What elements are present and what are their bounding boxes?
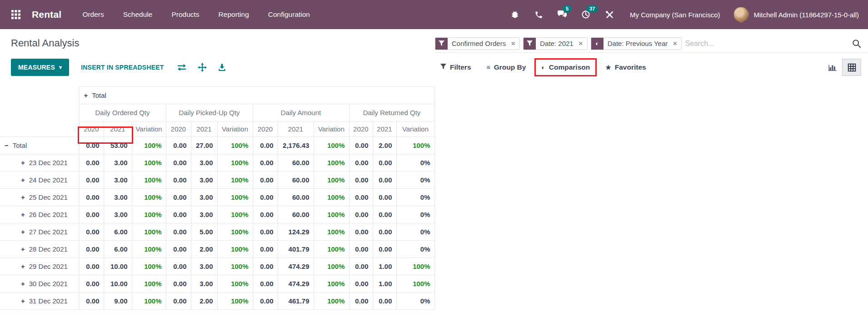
- pivot-subcol-header-variation[interactable]: Variation: [217, 121, 253, 137]
- pivot-value-cell[interactable]: 0.00: [166, 223, 191, 241]
- search-input[interactable]: [685, 40, 852, 48]
- pivot-value-cell[interactable]: 3.00: [191, 154, 217, 172]
- pivot-value-cell[interactable]: 0.00: [253, 206, 278, 223]
- pivot-value-cell[interactable]: 0.00: [349, 172, 373, 189]
- pivot-variation-cell[interactable]: 100%: [314, 223, 349, 241]
- app-brand[interactable]: Rental: [32, 9, 61, 20]
- pivot-variation-cell[interactable]: 100%: [132, 172, 166, 189]
- pivot-measure-header-daily-picked-up-qty[interactable]: Daily Picked-Up Qty: [166, 104, 253, 121]
- pivot-value-cell[interactable]: 27.00: [191, 137, 217, 154]
- pivot-value-cell[interactable]: 5.00: [191, 223, 217, 241]
- pivot-value-cell[interactable]: 0.00: [349, 241, 373, 258]
- pivot-value-cell[interactable]: 0.00: [373, 154, 396, 172]
- pivot-value-cell[interactable]: 0.00: [373, 206, 396, 223]
- nav-item-configuration[interactable]: Configuration: [268, 10, 310, 19]
- pivot-variation-cell[interactable]: 100%: [314, 293, 349, 310]
- pivot-variation-cell[interactable]: 100%: [217, 154, 253, 172]
- pivot-value-cell[interactable]: 1.00: [373, 258, 396, 275]
- pivot-variation-cell[interactable]: 100%: [217, 189, 253, 206]
- pivot-subcol-header-2021[interactable]: 2021: [278, 121, 314, 137]
- bar-chart-view-button[interactable]: [823, 59, 842, 76]
- nav-item-products[interactable]: Products: [171, 10, 199, 19]
- pivot-variation-cell[interactable]: 100%: [314, 189, 349, 206]
- pivot-variation-cell[interactable]: 100%: [217, 293, 253, 310]
- pivot-value-cell[interactable]: 0.00: [373, 172, 396, 189]
- pivot-value-cell[interactable]: 60.00: [278, 172, 314, 189]
- pivot-view-button[interactable]: [842, 59, 861, 76]
- pivot-value-cell[interactable]: 0.00: [79, 189, 104, 206]
- pivot-value-cell[interactable]: 0.00: [253, 275, 278, 293]
- pivot-value-cell[interactable]: 0.00: [349, 206, 373, 223]
- pivot-row-header[interactable]: +30 Dec 2021: [0, 275, 79, 293]
- pivot-variation-cell[interactable]: 0%: [396, 293, 434, 310]
- pivot-value-cell[interactable]: 0.00: [79, 293, 104, 310]
- pivot-variation-cell[interactable]: 100%: [217, 137, 253, 154]
- search-facet-date-previous-year[interactable]: ◐Date: Previous Year✕: [591, 37, 682, 50]
- pivot-variation-cell[interactable]: 100%: [314, 275, 349, 293]
- pivot-row-header[interactable]: +24 Dec 2021: [0, 172, 79, 189]
- pivot-variation-cell[interactable]: 100%: [396, 137, 434, 154]
- pivot-variation-cell[interactable]: 100%: [132, 293, 166, 310]
- pivot-value-cell[interactable]: 0.00: [253, 241, 278, 258]
- pivot-variation-cell[interactable]: 100%: [217, 223, 253, 241]
- insert-in-spreadsheet-button[interactable]: INSERT IN SPREADSHEET: [81, 64, 164, 71]
- pivot-value-cell[interactable]: 401.79: [278, 241, 314, 258]
- pivot-value-cell[interactable]: 0.00: [349, 275, 373, 293]
- pivot-variation-cell[interactable]: 100%: [314, 206, 349, 223]
- pivot-value-cell[interactable]: 0.00: [79, 275, 104, 293]
- pivot-value-cell[interactable]: 124.29: [278, 223, 314, 241]
- menu-filters[interactable]: Filters: [435, 60, 477, 75]
- pivot-value-cell[interactable]: 2.00: [373, 137, 396, 154]
- pivot-value-cell[interactable]: 0.00: [166, 189, 191, 206]
- menu-comparison[interactable]: ◐Comparison: [536, 60, 595, 75]
- pivot-value-cell[interactable]: 461.79: [278, 293, 314, 310]
- pivot-value-cell[interactable]: 10.00: [104, 258, 132, 275]
- pivot-subcol-header-2020[interactable]: 2020: [349, 121, 373, 137]
- pivot-value-cell[interactable]: 3.00: [104, 154, 132, 172]
- pivot-variation-cell[interactable]: 100%: [314, 137, 349, 154]
- pivot-variation-cell[interactable]: 100%: [132, 275, 166, 293]
- pivot-variation-cell[interactable]: 0%: [396, 154, 434, 172]
- pivot-subcol-header-2020[interactable]: 2020: [253, 121, 278, 137]
- pivot-value-cell[interactable]: 3.00: [191, 275, 217, 293]
- search-facet-confirmed-orders[interactable]: Confirmed Orders✕: [435, 37, 520, 50]
- pivot-value-cell[interactable]: 0.00: [349, 258, 373, 275]
- pivot-variation-cell[interactable]: 100%: [217, 275, 253, 293]
- pivot-variation-cell[interactable]: 100%: [132, 189, 166, 206]
- pivot-variation-cell[interactable]: 100%: [314, 258, 349, 275]
- pivot-value-cell[interactable]: 3.00: [104, 206, 132, 223]
- pivot-value-cell[interactable]: 0.00: [253, 258, 278, 275]
- pivot-value-cell[interactable]: 0.00: [349, 293, 373, 310]
- pivot-variation-cell[interactable]: 100%: [396, 258, 434, 275]
- pivot-value-cell[interactable]: 1.00: [373, 275, 396, 293]
- pivot-value-cell[interactable]: 0.00: [166, 293, 191, 310]
- pivot-value-cell[interactable]: 0.00: [166, 258, 191, 275]
- pivot-row-header[interactable]: +26 Dec 2021: [0, 206, 79, 223]
- user-menu[interactable]: Mitchell Admin (11864297-15-0-all): [733, 7, 859, 22]
- nav-item-orders[interactable]: Orders: [82, 10, 104, 19]
- pivot-value-cell[interactable]: 3.00: [191, 258, 217, 275]
- nav-item-reporting[interactable]: Reporting: [219, 10, 249, 19]
- pivot-measure-header-daily-ordered-qty[interactable]: Daily Ordered Qty: [79, 104, 166, 121]
- pivot-variation-cell[interactable]: 100%: [132, 137, 166, 154]
- pivot-value-cell[interactable]: 0.00: [253, 293, 278, 310]
- pivot-value-cell[interactable]: 0.00: [166, 172, 191, 189]
- pivot-value-cell[interactable]: 0.00: [373, 293, 396, 310]
- pivot-variation-cell[interactable]: 0%: [396, 206, 434, 223]
- search-facet-date-2021[interactable]: Date: 2021✕: [523, 37, 587, 50]
- pivot-variation-cell[interactable]: 100%: [132, 223, 166, 241]
- pivot-value-cell[interactable]: 2,176.43: [278, 137, 314, 154]
- pivot-variation-cell[interactable]: 100%: [314, 154, 349, 172]
- pivot-variation-cell[interactable]: 0%: [396, 223, 434, 241]
- pivot-value-cell[interactable]: 0.00: [79, 258, 104, 275]
- facet-remove-icon[interactable]: ✕: [510, 38, 519, 50]
- pivot-value-cell[interactable]: 9.00: [104, 293, 132, 310]
- phone-icon[interactable]: [534, 10, 544, 20]
- pivot-row-header[interactable]: +31 Dec 2021: [0, 293, 79, 310]
- pivot-variation-cell[interactable]: 100%: [217, 241, 253, 258]
- pivot-value-cell[interactable]: 0.00: [79, 206, 104, 223]
- pivot-subcol-header-2020[interactable]: 2020: [166, 121, 191, 137]
- pivot-value-cell[interactable]: 0.00: [349, 223, 373, 241]
- pivot-value-cell[interactable]: 0.00: [373, 223, 396, 241]
- measures-button[interactable]: MEASURES ▾: [11, 59, 69, 76]
